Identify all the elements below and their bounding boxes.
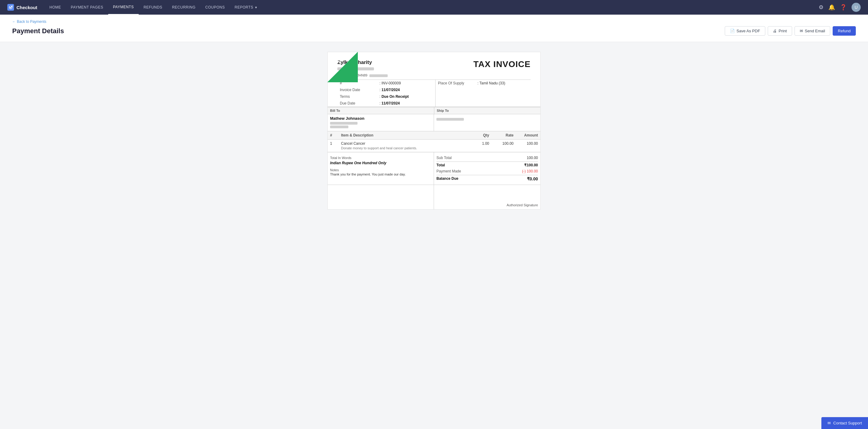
page-title: Payment Details [12,27,64,35]
nav-links: HOME PAYMENT PAGES PAYMENTS REFUNDS RECU… [44,0,818,14]
items-table: # Item & Description Qty Rate Amount 1 C… [328,131,540,152]
item-amount: 100.00 [516,139,540,152]
item-rate: 100.00 [492,139,516,152]
col-amount: Amount [516,131,540,139]
page-header: ← Back to Payments Payment Details 📄 Sav… [0,14,868,42]
nav-refunds[interactable]: REFUNDS [139,0,167,14]
col-rate: Rate [492,131,516,139]
item-name: Cancel Cancer [341,141,468,146]
invoice-card: Zylker Charity GSTIN 33EOJHN89 TAX INVOI… [327,52,541,210]
balance-due-row: Balance Due ₹0.00 [436,175,538,182]
item-name-cell: Cancel Cancer Donate money to support an… [339,139,470,152]
contact-support-label: Contact Support [833,421,862,425]
invoice-date-label: Invoice Date [337,87,377,93]
settings-icon[interactable]: ⚙ [818,4,824,11]
nav-payment-pages[interactable]: PAYMENT PAGES [66,0,108,14]
back-link[interactable]: ← Back to Payments [12,20,856,24]
ship-to-cell [434,114,540,131]
send-email-button[interactable]: ✉ Send Email [795,26,830,36]
nav-payments[interactable]: PAYMENTS [108,0,139,14]
authorized-signature-label: Authorized Signature [506,203,538,207]
nav-reports[interactable]: REPORTS ▼ [230,0,263,14]
navbar: Checkout HOME PAYMENT PAGES PAYMENTS REF… [0,0,868,14]
payment-made-label: Payment Made [436,169,461,173]
bill-to-header: Bill To [328,107,434,114]
bill-name: Mathew Johnason [330,116,431,121]
subtotal-label: Sub Total [436,156,452,160]
total-row: Total ₹100.00 [436,162,538,168]
bill-ship-row: Mathew Johnason [328,114,540,131]
place-supply-value: Tamil Nadu (33) [479,81,505,85]
item-qty: 1.00 [470,139,492,152]
footer-right: Sub Total 100.00 Total ₹100.00 Payment M… [434,152,540,185]
nav-right: ⚙ 🔔 ❓ U [818,3,861,12]
due-date-value: 11/07/2024 [381,101,400,105]
main-content: Paid Zylker Charity GSTIN 33EOJHN89 TAX … [0,42,868,219]
ship-address-blur [436,118,464,121]
invoice-footer: Total In Words Indian Rupee One Hundred … [328,152,540,185]
avatar[interactable]: U [851,3,861,12]
total-label: Total [436,163,445,167]
bill-address-blur-2 [330,126,348,128]
tax-invoice-title: TAX INVOICE [473,59,531,69]
item-num: 1 [328,139,339,152]
ship-to-header: Ship To [434,107,540,114]
bell-icon[interactable]: 🔔 [828,4,835,11]
due-date-label: Due Date [337,100,377,107]
terms-value: Due On Receipt [381,94,409,99]
email-icon: ✉ [800,29,803,33]
payment-made-row: Payment Made (-) 100.00 [436,168,538,174]
subtotal-value: 100.00 [527,156,538,160]
header-actions: 📄 Save As PDF 🖨 Print ✉ Send Email Refun… [725,26,856,36]
payment-made-value: (-) 100.00 [522,169,538,173]
brand-name: Checkout [17,5,37,10]
bill-to-cell: Mathew Johnason [328,114,434,131]
col-item: Item & Description [339,131,470,139]
notes-value: Thank you for the payment. You just made… [330,172,431,176]
save-pdf-button[interactable]: 📄 Save As PDF [725,26,765,36]
chevron-down-icon: ▼ [254,6,257,9]
invoice-top: Zylker Charity GSTIN 33EOJHN89 TAX INVOI… [328,52,540,107]
contact-support-icon: ✉ [828,421,831,425]
print-icon: 🖨 [773,29,777,33]
nav-home[interactable]: HOME [44,0,66,14]
col-qty: Qty [470,131,492,139]
balance-due-value: ₹0.00 [527,176,538,181]
nav-recurring[interactable]: RECURRING [167,0,200,14]
subtotal-row: Sub Total 100.00 [436,155,538,161]
nav-coupons[interactable]: COUPONS [200,0,230,14]
bill-ship-headers: Bill To Ship To [328,107,540,114]
notes-label: Notes [330,168,431,172]
contact-support-button[interactable]: ✉ Contact Support [822,417,868,429]
auth-sig-left [328,185,434,209]
refund-button[interactable]: Refund [833,26,856,36]
total-words-value: Indian Rupee One Hundred Only [330,161,431,165]
invoice-meta-table: # : INV-000009 Place Of Supply : Tamil N… [337,79,531,107]
bill-address-blur [330,122,358,125]
terms-label: Terms [337,93,377,100]
item-desc: Donate money to support and heal cancer … [341,146,468,150]
brand-icon [7,4,14,11]
place-supply-label: Place Of Supply [436,80,475,87]
paid-ribbon: Paid [327,52,358,82]
invoice-date-value: 11/07/2024 [381,88,400,92]
balance-due-label: Balance Due [436,176,458,181]
gstin-blur [369,74,388,77]
invoice-num-value: INV-000009 [381,81,401,85]
col-num: # [328,131,339,139]
help-icon[interactable]: ❓ [840,4,847,11]
brand-logo[interactable]: Checkout [7,4,37,11]
invoice-wrapper: Paid Zylker Charity GSTIN 33EOJHN89 TAX … [327,52,541,210]
auth-sig-row: Authorized Signature [328,185,540,209]
table-row: 1 Cancel Cancer Donate money to support … [328,139,540,152]
auth-sig-right: Authorized Signature [434,185,540,209]
total-value: ₹100.00 [524,163,538,167]
total-words-label: Total In Words [330,156,431,160]
pdf-icon: 📄 [730,29,735,33]
print-button[interactable]: 🖨 Print [768,26,792,36]
footer-left: Total In Words Indian Rupee One Hundred … [328,152,434,185]
